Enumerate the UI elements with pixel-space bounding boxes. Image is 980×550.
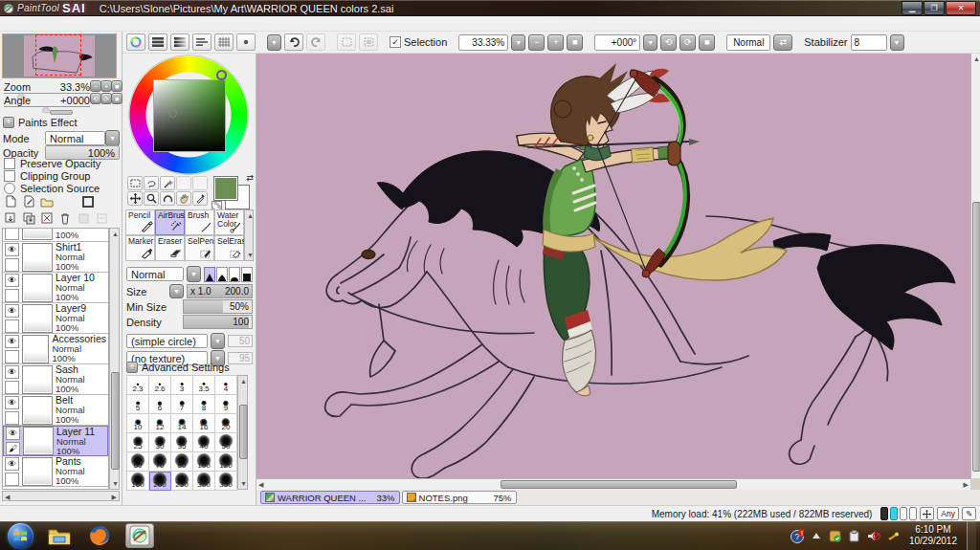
brush-shape-strength[interactable]: 50 — [228, 335, 253, 347]
size-preset-cell[interactable]: 10 — [127, 414, 149, 433]
zoom-reset-button[interactable]: ■ — [567, 34, 583, 51]
layer-row[interactable]: 👁 🖌 Layer 11 Normal 100% — [3, 426, 108, 456]
brush-tool-cell[interactable]: SelPen — [185, 235, 214, 261]
angle-value-display[interactable]: +000° — [594, 34, 640, 51]
layer-visibility-toggle[interactable]: 👁 — [5, 304, 19, 318]
any-key-indicator[interactable]: Any — [937, 507, 959, 520]
size-preset-cell[interactable]: 16 — [193, 414, 215, 433]
scroll-right-arrow[interactable]: ▶ — [964, 481, 969, 488]
color-wheel-toggle-button[interactable] — [126, 33, 145, 51]
new-layer-button[interactable] — [3, 194, 18, 209]
pen-indicator-button[interactable]: ✎ — [962, 507, 976, 520]
layer-row[interactable]: 👁 Pants Normal 100% — [3, 456, 108, 487]
size-preset-cell[interactable]: 2.6 — [149, 376, 171, 395]
layer-option-row[interactable]: Preserve Opacity — [4, 158, 100, 169]
brush-blend-select[interactable]: Normal — [126, 267, 184, 281]
minimize-button[interactable]: ▁ — [902, 1, 923, 15]
density-slider[interactable]: 100 — [183, 315, 253, 329]
layer-visibility-toggle[interactable]: 👁 — [5, 365, 19, 379]
foreground-color-swatch[interactable] — [213, 176, 238, 201]
layer-list-hscrollbar[interactable]: ◀ ▶ — [2, 491, 120, 501]
layer-paint-indicator[interactable] — [5, 411, 19, 425]
layer-paint-indicator[interactable] — [5, 258, 19, 272]
size-preset-cell[interactable]: 30 — [149, 433, 171, 452]
undo-button[interactable] — [284, 33, 303, 51]
zoom-out-button[interactable]: − — [528, 34, 545, 51]
size-preset-cell[interactable]: 350 — [215, 472, 237, 491]
navigator-view-rect[interactable] — [35, 34, 81, 76]
preset-grid-scrollbar[interactable]: ▲ ▼ — [237, 375, 248, 490]
size-preset-cell[interactable]: 9 — [215, 395, 237, 414]
scroll-left-arrow[interactable]: ◀ — [258, 481, 263, 488]
size-preset-cell[interactable]: 25 — [127, 433, 149, 452]
size-preset-cell[interactable]: 250 — [171, 472, 193, 491]
move-tool[interactable] — [127, 191, 143, 206]
modifier-key[interactable] — [880, 507, 888, 520]
size-preset-cell[interactable]: 5 — [127, 395, 149, 414]
start-button[interactable] — [8, 523, 33, 549]
swatches-panel-button[interactable] — [192, 33, 212, 51]
layer-row[interactable]: 👁 Layer9 Normal 100% — [3, 303, 108, 334]
layer-row[interactable]: 👁 Shirt1 Normal 100% — [3, 242, 108, 273]
paints-effect-header[interactable]: + Paints Effect — [3, 117, 78, 128]
expand-icon[interactable]: + — [3, 117, 14, 128]
option-checkbox[interactable] — [4, 183, 15, 194]
size-preset-cell[interactable]: 160 — [127, 472, 149, 491]
brush-tool-cell[interactable]: Water Color — [214, 209, 244, 235]
maximize-button[interactable]: ❐ — [924, 1, 945, 15]
layer-list-vscrollbar[interactable]: ▲ ▼ — [109, 228, 120, 490]
option-checkbox[interactable] — [4, 158, 15, 169]
selection-checkbox[interactable]: ✓ — [390, 36, 401, 48]
preset-scroll-thumb[interactable] — [239, 405, 248, 459]
update-tray-icon[interactable] — [829, 529, 842, 542]
size-preset-cell[interactable]: 200 — [149, 472, 171, 491]
layer-row[interactable]: 👁 Belt Normal 100% — [3, 395, 108, 426]
edge-dome-button[interactable] — [229, 267, 240, 282]
stabilizer-value[interactable]: 8 — [851, 34, 887, 51]
option-checkbox[interactable] — [4, 170, 15, 182]
document-tab[interactable]: WARRIOR QUEEN ... 33% — [260, 491, 400, 504]
color-wheel[interactable] — [128, 55, 249, 175]
scroll-down-arrow[interactable]: ▼ — [240, 480, 247, 487]
panel-splitter[interactable] — [0, 108, 122, 116]
scratchpad-panel-button[interactable] — [214, 33, 234, 51]
brush-tool-cell[interactable]: SelEras — [214, 235, 244, 261]
merge-down-button[interactable] — [21, 211, 36, 226]
layer-row[interactable]: 👁 Normal 100% — [3, 229, 108, 242]
empty-tool-slot[interactable] — [192, 176, 208, 190]
advanced-settings-header[interactable]: + Advanced Settings — [126, 362, 230, 373]
hand-tool[interactable] — [176, 191, 191, 206]
layer-visibility-toggle[interactable]: 👁 — [6, 427, 20, 440]
layer-mode-dropdown[interactable]: ▼ — [105, 130, 120, 146]
brush-texture-strength[interactable]: 95 — [228, 352, 253, 364]
scroll-right-arrow[interactable]: ▶ — [112, 494, 117, 500]
stabilizer-dropdown[interactable]: ▼ — [890, 34, 904, 51]
canvas-vscroll-thumb[interactable] — [972, 202, 980, 472]
layer-paint-indicator[interactable] — [5, 473, 19, 486]
view-mode-button[interactable]: Normal — [726, 34, 770, 51]
size-preset-cell[interactable]: 2.3 — [127, 376, 149, 395]
rotate-canvas-tool[interactable] — [160, 191, 175, 206]
action-center-icon[interactable]: ?! — [791, 529, 804, 542]
brush-shape-select[interactable]: (simple circle) — [126, 334, 208, 348]
layer-option-row[interactable]: Selection Source — [4, 183, 100, 194]
size-preset-cell[interactable]: 35 — [171, 433, 193, 452]
canvas-hscroll-thumb[interactable] — [501, 480, 737, 489]
rgb-panel-button[interactable] — [148, 33, 167, 51]
taskbar-sai-icon[interactable] — [125, 523, 154, 548]
close-button[interactable]: ✕ — [946, 1, 976, 15]
layer-visibility-toggle[interactable]: 👁 — [5, 396, 19, 409]
rotate-cw-button[interactable]: ⟳ — [679, 34, 696, 51]
brush-shape-dropdown[interactable]: ▼ — [211, 333, 225, 349]
layer-paint-indicator[interactable] — [5, 381, 19, 394]
layer-visibility-toggle[interactable]: 👁 — [5, 274, 19, 287]
canvas-artboard[interactable] — [256, 54, 970, 478]
canvas-hscrollbar[interactable]: ◀ ▶ — [256, 478, 970, 490]
nav-angle-reset-button[interactable]: ■ — [111, 93, 122, 104]
empty-tool-slot[interactable] — [176, 176, 191, 190]
size-preset-cell[interactable]: 40 — [193, 433, 215, 452]
move-indicator-button[interactable] — [920, 507, 934, 520]
layer-mode-select[interactable]: Normal — [45, 131, 105, 145]
show-hidden-icons-button[interactable] — [810, 529, 823, 542]
size-preset-cell[interactable]: 3 — [171, 376, 193, 395]
